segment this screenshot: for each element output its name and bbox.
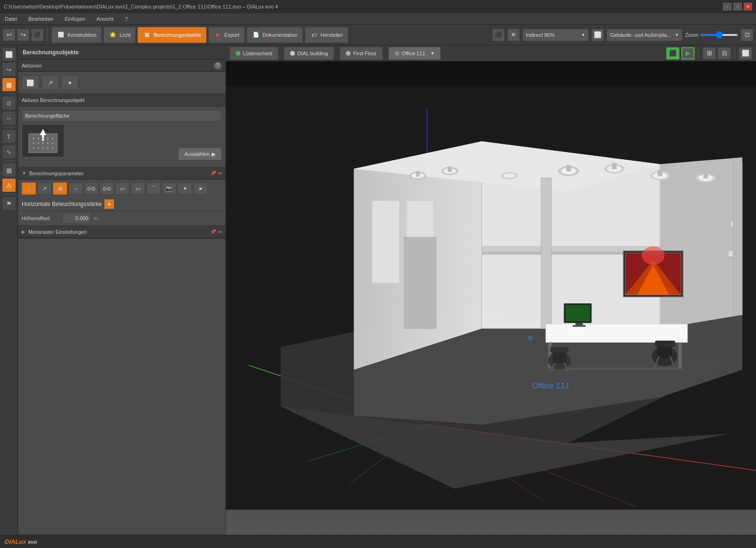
toolbar: ↩ ↪ ⬛ ⬜ Konstruktion 🌟 Licht ▦ Berechnun… (0, 25, 756, 45)
horiz-add-button[interactable]: + (104, 199, 114, 209)
sidebar-icon-6[interactable]: T (2, 129, 16, 144)
building-label: Gebäude- und Außenpla... (610, 32, 671, 38)
export-tab[interactable]: ▶ Export (208, 27, 245, 43)
bc-dial-building[interactable]: DIAL building (284, 47, 334, 60)
bc-dot-ludenscheid (236, 51, 241, 56)
zoom-fit-btn[interactable]: ⊡ (741, 29, 753, 41)
menu-datei[interactable]: Datei (2, 15, 20, 23)
bc-ludenscheid[interactable]: Lüdenscheid (230, 47, 278, 60)
vp-btn-collapse[interactable]: ⊟ (718, 47, 731, 60)
indirect-settings-btn[interactable]: ⬜ (592, 29, 604, 41)
param-tool-rect1[interactable]: ▭ (115, 182, 129, 195)
messraster-expand-icon: ⇔ (218, 229, 222, 234)
toolbar-right: ⬛ ✕ Indirect 80% ▼ ⬜ Gebäude- und Außenp… (492, 29, 753, 41)
sidebar-icon-8[interactable]: ▦ (2, 163, 16, 177)
maximize-button[interactable]: □ (733, 3, 742, 10)
toolbar-square-btn1[interactable]: ⬛ (492, 29, 505, 41)
sidebar-icon-4[interactable]: ⊙ (2, 96, 16, 110)
bc-label-ludenscheid: Lüdenscheid (243, 51, 272, 56)
sidebar-icon-10[interactable]: ⚑ (2, 197, 16, 211)
minimize-button[interactable]: – (723, 3, 731, 10)
svg-rect-64 (733, 162, 742, 315)
param-tool-glasses2[interactable]: ⊙⊙ (100, 182, 114, 195)
vp-btn-fullscreen[interactable]: ⬜ (739, 47, 752, 60)
viewport-toolbar: Lüdenscheid DIAL building First Floor Of… (226, 45, 756, 61)
sidebar-icon-5[interactable]: ↔ (2, 111, 16, 125)
sidebar-separator-4 (2, 194, 16, 195)
akti-button-1[interactable]: ⬜ (22, 76, 39, 90)
home-button[interactable]: ⬛ (31, 29, 43, 41)
auswahlen-button[interactable]: Auswählen ▶ (178, 148, 222, 160)
preview-icon (26, 127, 60, 155)
svg-point-5 (38, 138, 39, 139)
svg-point-4 (33, 138, 34, 139)
param-tool-star[interactable]: ✦ (178, 182, 192, 195)
bc-first-floor[interactable]: First Floor (340, 47, 383, 60)
svg-text:⊞: ⊞ (527, 334, 533, 342)
param-tool-2[interactable]: ↗ (37, 182, 52, 195)
menu-einfuegen[interactable]: Einfügen (62, 15, 88, 23)
messraster-header[interactable]: ▶ Messraster Einstellungen 📌 ⇔ (18, 226, 225, 238)
vp-btn-expand[interactable]: ⊞ (703, 47, 716, 60)
vp-btn-green2[interactable]: ▶ (681, 47, 695, 60)
berechnungs-input[interactable] (22, 110, 222, 121)
akti-button-2[interactable]: ↗ (42, 76, 59, 90)
hersteller-tab[interactable]: 🏷 Hersteller (305, 27, 348, 43)
indirect-dropdown[interactable]: Indirect 80% ▼ (523, 29, 589, 41)
messraster-label: Messraster Einstellungen (28, 229, 87, 235)
building-dropdown[interactable]: Gebäude- und Außenpla... ▼ (607, 29, 682, 41)
dokumentation-label: Dokumentation (263, 32, 298, 38)
bc-dot-dial (290, 51, 295, 56)
aktionen-help-button[interactable]: ? (214, 62, 222, 69)
param-tool-glasses1[interactable]: ⊙⊙ (84, 182, 98, 195)
close-button[interactable]: ✕ (744, 3, 752, 10)
menu-ansicht[interactable]: Ansicht (94, 15, 116, 23)
param-tool-camera[interactable]: 📷 (162, 182, 176, 195)
panel-scroll-area[interactable]: Aktionen ? ⬜ ↗ • Aktives Berechnungsobje… (18, 60, 225, 535)
konstruktion-label: Konstruktion (68, 32, 96, 38)
sidebar-icon-2[interactable]: ↪ (2, 62, 16, 77)
menu-bearbeiten[interactable]: Bearbeiten (26, 15, 56, 23)
zoom-slider[interactable] (700, 34, 738, 36)
bc-label-office: Office 111 (402, 51, 425, 56)
akti-button-3[interactable]: • (61, 76, 78, 90)
vp-btn-green1[interactable]: ⬛ (666, 47, 679, 60)
sidebar-icon-3[interactable]: ▦ (2, 77, 16, 92)
bc-office[interactable]: Office 111 ▼ (388, 47, 441, 60)
messraster-pin-icon: 📌 (210, 229, 216, 234)
param-tool-play[interactable]: ➤ (193, 182, 207, 195)
svg-point-9 (33, 143, 34, 144)
menu-help[interactable]: ? (122, 15, 130, 23)
undo-button[interactable]: ↩ (3, 29, 15, 41)
window-controls: – □ ✕ (723, 3, 752, 10)
office-dropdown-arrow-icon[interactable]: ▼ (430, 51, 435, 56)
dialux-logo-text: DIAL (5, 538, 19, 545)
scene-svg: Office 111 (226, 61, 756, 535)
param-tool-grid[interactable]: ⊞ (53, 182, 67, 195)
messraster-right-icons: 📌 ⇔ (210, 229, 222, 234)
param-tool-curve[interactable]: ⌒ (146, 182, 161, 195)
berechnungsobjekte-tab[interactable]: ▦ Berechnungsobjekte (137, 27, 206, 43)
zoom-control: Zoom (685, 32, 738, 38)
sidebar-icon-7[interactable]: ∿ (2, 145, 16, 159)
konstruktion-tab[interactable]: ⬜ Konstruktion (52, 27, 102, 43)
licht-icon: 🌟 (109, 31, 117, 39)
param-tool-arrow[interactable]: → (69, 182, 83, 195)
sidebar-icon-1[interactable]: ⬜ (2, 47, 16, 61)
svg-rect-41 (448, 166, 452, 172)
dokumentation-tab[interactable]: 📄 Dokumentation (247, 27, 303, 43)
bc-dot-office (395, 51, 399, 56)
sidebar-icon-9[interactable]: ⚠ (2, 178, 16, 192)
viewport[interactable]: Lüdenscheid DIAL building First Floor Of… (226, 45, 756, 535)
offset-input[interactable] (62, 213, 91, 223)
auswahlen-label: Auswählen (184, 151, 210, 157)
svg-point-92 (503, 173, 515, 178)
toolbar-square-btn2[interactable]: ✕ (507, 29, 520, 41)
title-bar: C:\Users\witzel\Desktop\Präsentationen\D… (0, 0, 756, 13)
param-tool-horiz[interactable]: ↓ (22, 182, 36, 195)
scene-3d[interactable]: Office 111 (226, 61, 756, 535)
param-tool-rect2[interactable]: ▭ (131, 182, 145, 195)
licht-tab[interactable]: 🌟 Licht (103, 27, 136, 43)
berechnungsparameter-header[interactable]: ▼ Berechnungsparameter 📌 ⇔ (18, 167, 225, 180)
redo-button[interactable]: ↪ (17, 29, 29, 41)
